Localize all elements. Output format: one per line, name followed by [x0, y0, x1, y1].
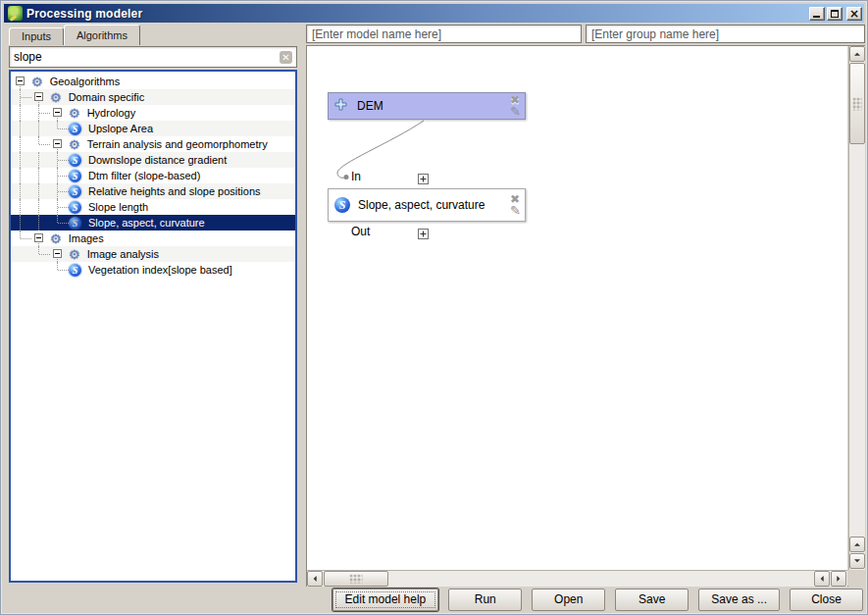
tree-guide — [29, 199, 48, 215]
expand-in-ports-icon[interactable] — [418, 171, 429, 188]
category-gear-icon: ⚙ — [69, 138, 80, 151]
tree-item[interactable]: SSlope, aspect, curvature — [11, 215, 295, 231]
open-button[interactable]: Open — [532, 589, 605, 611]
collapse-icon[interactable] — [16, 77, 25, 85]
tree-expander[interactable] — [48, 105, 67, 121]
maximize-button[interactable] — [827, 7, 842, 21]
model-canvas: DEM ✖ ✎ In S Slope, aspect, curvature ✖ … — [306, 45, 865, 587]
tree-guide — [29, 121, 48, 136]
tree-item[interactable]: ⚙Image analysis — [11, 246, 295, 262]
tree-item[interactable]: SUpslope Area — [11, 121, 295, 136]
tree-item[interactable]: SDownslope distance gradient — [11, 152, 295, 168]
scroll-left-button[interactable] — [307, 571, 323, 587]
tree-item[interactable]: ⚙Images — [11, 231, 295, 246]
tab-inputs[interactable]: Inputs — [9, 27, 64, 45]
tree-item-label: Slope, aspect, curvature — [85, 216, 208, 230]
save-as-button[interactable]: Save as ... — [698, 589, 780, 611]
horizontal-scroll-thumb[interactable] — [324, 571, 388, 587]
tree-item[interactable]: ⚙Geoalgorithms — [11, 74, 295, 89]
horizontal-scrollbar[interactable] — [307, 570, 847, 587]
collapse-icon[interactable] — [53, 249, 62, 258]
edit-node-icon[interactable]: ✎ — [510, 205, 521, 217]
group-name-input[interactable]: [Enter group name here] — [586, 25, 865, 43]
tree-expander[interactable] — [29, 231, 48, 246]
tab-algorithms[interactable]: Algorithms — [64, 25, 140, 45]
category-gear-icon: ⚙ — [69, 107, 80, 120]
category-gear-icon: ⚙ — [31, 76, 43, 88]
add-input-icon — [334, 97, 347, 115]
tree-guide — [11, 89, 29, 105]
algorithm-node-label: Slope, aspect, curvature — [358, 198, 519, 212]
run-button[interactable]: Run — [448, 589, 522, 611]
collapse-icon[interactable] — [34, 233, 43, 242]
close-button[interactable]: Close — [790, 589, 863, 611]
model-name-input[interactable]: [Enter model name here] — [306, 25, 582, 43]
tree-guide — [29, 262, 48, 278]
tree-item[interactable]: SSlope length — [11, 199, 295, 215]
tree-guide — [29, 105, 48, 121]
connection-curve — [307, 46, 847, 570]
scroll-left-button-2[interactable] — [814, 571, 830, 587]
collapse-icon[interactable] — [53, 139, 62, 148]
scroll-up-button-2[interactable] — [849, 537, 865, 552]
saga-algorithm-icon: S — [69, 264, 81, 277]
tree-item-label: Relative heights and slope positions — [85, 184, 264, 198]
save-button[interactable]: Save — [615, 589, 689, 611]
window-title: Processing modeler — [26, 7, 809, 21]
tree-guide — [29, 246, 48, 262]
tree-guide — [48, 121, 67, 136]
maximize-icon — [831, 10, 839, 18]
collapse-icon[interactable] — [34, 92, 43, 101]
algorithm-search-input[interactable]: slope ✕ — [9, 46, 297, 68]
tree-item[interactable]: ⚙Domain specific — [11, 89, 295, 105]
collapse-icon[interactable] — [53, 108, 62, 117]
tree-guide — [11, 215, 29, 231]
tree-guide — [29, 183, 48, 199]
category-gear-icon: ⚙ — [69, 248, 80, 261]
tree-item-label: Downslope distance gradient — [85, 153, 230, 167]
tree-item-label: Image analysis — [84, 247, 162, 261]
tree-item-label: Terrain analysis and geomorphometry — [84, 137, 271, 151]
model-algorithm-node[interactable]: S Slope, aspect, curvature ✖ ✎ — [328, 188, 526, 222]
scroll-right-button[interactable] — [831, 571, 846, 587]
model-input-node-dem[interactable]: DEM ✖ ✎ — [328, 92, 526, 120]
tree-guide — [11, 121, 29, 136]
titlebar: Processing modeler × — [4, 4, 864, 23]
close-button[interactable]: × — [846, 7, 862, 21]
edit-node-icon[interactable]: ✎ — [510, 106, 521, 118]
tree-guide — [48, 183, 67, 199]
saga-algorithm-icon: S — [69, 154, 81, 167]
tree-item[interactable]: SRelative heights and slope positions — [11, 183, 295, 199]
scroll-up-button[interactable] — [849, 46, 865, 62]
tree-expander[interactable] — [48, 246, 67, 262]
tree-guide — [11, 183, 29, 199]
processing-modeler-window: Processing modeler × Inputs Algorithms s… — [0, 0, 868, 615]
tree-item[interactable]: SVegetation index[slope based] — [11, 262, 295, 278]
expand-out-ports-icon[interactable] — [418, 226, 429, 243]
qgis-app-icon — [8, 6, 23, 21]
saga-algorithm-icon: S — [69, 217, 81, 230]
tree-guide — [48, 262, 67, 278]
tree-item-label: Upslope Area — [85, 122, 156, 135]
tree-guide — [29, 168, 48, 183]
saga-algorithm-icon: S — [334, 197, 350, 213]
tree-item-label: Vegetation index[slope based] — [85, 263, 235, 277]
vertical-scrollbar[interactable] — [848, 46, 865, 570]
tree-item[interactable]: ⚙Hydrology — [11, 105, 295, 121]
tree-expander[interactable] — [29, 89, 48, 105]
tree-guide — [29, 152, 48, 168]
minimize-button[interactable] — [809, 7, 825, 21]
edit-model-help-button[interactable]: Edit model help — [332, 589, 439, 611]
algorithm-tree[interactable]: ⚙Geoalgorithms⚙Domain specific⚙Hydrology… — [9, 70, 297, 583]
canvas-viewport[interactable]: DEM ✖ ✎ In S Slope, aspect, curvature ✖ … — [307, 46, 847, 570]
tree-expander[interactable] — [11, 74, 29, 89]
dialog-button-bar: Edit model helpRunOpenSaveSave as ...Clo… — [4, 588, 864, 611]
vertical-scroll-thumb[interactable] — [849, 63, 865, 144]
tree-item-label: Geoalgorithms — [47, 75, 124, 88]
clear-search-icon[interactable]: ✕ — [280, 51, 292, 64]
tree-expander[interactable] — [48, 136, 67, 152]
tree-item[interactable]: SDtm filter (slope-based) — [11, 168, 295, 183]
tree-guide — [11, 105, 29, 121]
tree-item[interactable]: ⚙Terrain analysis and geomorphometry — [11, 136, 295, 152]
scroll-down-button[interactable] — [849, 553, 865, 569]
